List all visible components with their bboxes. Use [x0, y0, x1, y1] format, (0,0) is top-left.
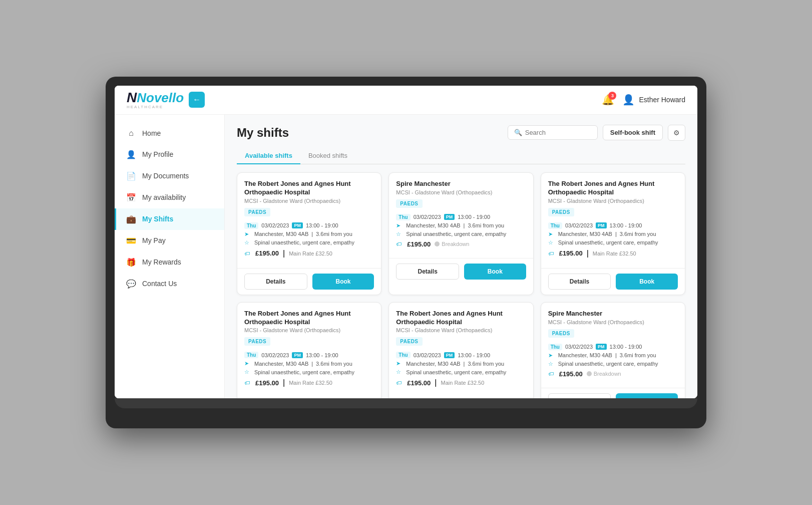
paeds-badge: PAEDS: [548, 329, 574, 338]
book-button[interactable]: Book: [616, 274, 678, 290]
details-button[interactable]: Details: [548, 274, 611, 290]
sidebar-item-my-documents[interactable]: 📄 My Documents: [115, 165, 224, 187]
skills: Spinal unaesthetic, urgent care, empathy: [558, 361, 658, 367]
pay-row: 🏷 £195.00 | Main Rate £32.50: [244, 249, 374, 258]
self-book-button[interactable]: Self-book shift: [603, 125, 663, 140]
sidebar-item-my-shifts[interactable]: 💼 My Shifts: [115, 208, 224, 230]
my-profile-icon: 👤: [126, 150, 136, 159]
location: Manchester, M30 4AB: [254, 361, 308, 367]
breakdown-dot: [587, 371, 592, 376]
hospital-name: The Robert Jones and Agnes Hunt Orthopae…: [396, 310, 526, 327]
pay-rate: Main Rate £32.50: [593, 250, 636, 257]
my-pay-icon: 💳: [126, 236, 136, 245]
sidebar-label-contact-us: Contact Us: [142, 280, 177, 288]
shift-time: 13:00 - 19:00: [306, 222, 338, 228]
search-icon: 🔍: [514, 129, 522, 136]
search-box: 🔍: [508, 125, 598, 140]
location-icon: ➤: [396, 222, 403, 229]
details-button[interactable]: Details: [244, 274, 307, 290]
day-badge: Thu: [548, 344, 562, 350]
shift-time: 13:00 - 19:00: [306, 352, 338, 358]
logo-text: NNovello: [127, 91, 184, 105]
shift-location-row: ➤ Manchester, M30 4AB | 3.6mi from you: [244, 231, 374, 237]
my-availability-icon: 📅: [126, 193, 136, 202]
filter-button[interactable]: ⚙: [668, 125, 685, 141]
details-button[interactable]: Details: [548, 393, 611, 399]
notification-button[interactable]: 🔔 3: [602, 94, 614, 106]
shift-card: The Robert Jones and Agnes Hunt Orthopae…: [541, 172, 685, 295]
shift-time-row: Thu 03/02/2023 PM 13:00 - 19:00: [548, 344, 678, 350]
skills-icon: ☆: [244, 369, 251, 375]
sidebar-item-my-rewards[interactable]: 🎁 My Rewards: [115, 251, 224, 273]
rate-separator: |: [283, 249, 285, 258]
hospital-name: Spire Manchester: [396, 180, 526, 188]
user-name: Esther Howard: [639, 96, 685, 104]
paeds-badge: PAEDS: [396, 199, 422, 208]
shift-date: 03/02/2023: [414, 214, 441, 220]
breakdown-badge: Breakdown: [435, 241, 469, 247]
pay-row: 🏷 £195.00 | Main Rate £32.50: [244, 378, 374, 387]
ward-name: MCSI - Gladstone Ward (Orthopaedics): [244, 198, 374, 204]
details-button[interactable]: Details: [396, 264, 459, 280]
shift-date: 03/02/2023: [414, 352, 441, 358]
breakdown-dot: [435, 241, 440, 246]
back-icon: ←: [193, 95, 201, 104]
notification-badge: 3: [608, 92, 616, 100]
pay-icon: 🏷: [396, 380, 403, 386]
distance: 3.6mi from you: [620, 231, 656, 237]
ward-name: MCSI - Gladstone Ward (Orthopaedics): [396, 327, 526, 333]
distance: 3.6mi from you: [316, 231, 352, 237]
shift-skills-row: ☆ Spinal unaesthetic, urgent care, empat…: [396, 231, 526, 237]
location: Manchester, M30 4AB: [558, 352, 612, 358]
tab-available-shifts[interactable]: Available shifts: [237, 148, 300, 164]
shift-card: Spire Manchester MCSI - Gladstone Ward (…: [388, 172, 533, 295]
shift-skills-row: ☆ Spinal unaesthetic, urgent care, empat…: [396, 369, 526, 375]
pay-icon: 🏷: [548, 371, 555, 377]
book-button[interactable]: Book: [616, 393, 678, 399]
rate-separator: |: [283, 378, 285, 387]
location: Manchester, M30 4AB: [406, 361, 460, 367]
my-rewards-icon: 🎁: [126, 258, 136, 267]
back-button[interactable]: ←: [189, 92, 205, 108]
user-avatar-icon: 👤: [622, 94, 635, 106]
shift-time-row: Thu 03/02/2023 PM 13:00 - 19:00: [548, 222, 678, 229]
day-badge: Thu: [396, 352, 410, 358]
distance: 3.6mi from you: [468, 222, 504, 228]
tab-booked-shifts[interactable]: Booked shifts: [300, 148, 355, 164]
my-documents-icon: 📄: [126, 171, 136, 181]
my-shifts-icon: 💼: [126, 214, 136, 224]
ward-name: MCSI - Gladstone Ward (Orthopaedics): [244, 327, 374, 333]
distance: 3.6mi from you: [316, 361, 352, 367]
top-header: NNovello Healthcare ← 🔔 3 👤 Esther Howar…: [115, 86, 697, 115]
distance-separator: |: [615, 352, 617, 358]
sidebar-item-my-availability[interactable]: 📅 My availability: [115, 187, 224, 208]
shift-time: 13:00 - 19:00: [458, 352, 490, 358]
book-button[interactable]: Book: [312, 274, 374, 290]
pay-rate: Main Rate £32.50: [289, 250, 332, 257]
skills: Spinal unaesthetic, urgent care, empathy: [254, 239, 354, 245]
shift-location-row: ➤ Manchester, M30 4AB | 3.6mi from you: [548, 231, 678, 237]
skills-icon: ☆: [548, 361, 555, 367]
sidebar-item-contact-us[interactable]: 💬 Contact Us: [115, 273, 224, 295]
period-badge: PM: [292, 352, 303, 358]
shift-location-row: ➤ Manchester, M30 4AB | 3.6mi from you: [396, 360, 526, 367]
rate-separator: |: [587, 249, 589, 258]
paeds-badge: PAEDS: [396, 337, 422, 346]
sidebar-item-my-pay[interactable]: 💳 My Pay: [115, 230, 224, 251]
location-icon: ➤: [244, 231, 251, 237]
rate-separator: |: [435, 378, 437, 387]
search-input[interactable]: [525, 129, 591, 136]
shifts-grid: The Robert Jones and Agnes Hunt Orthopae…: [237, 172, 685, 398]
sidebar-item-my-profile[interactable]: 👤 My Profile: [115, 144, 224, 165]
location-icon: ➤: [396, 360, 403, 367]
pay-row: 🏷 £195.00 | Main Rate £32.50: [396, 378, 526, 387]
user-menu[interactable]: 👤 Esther Howard: [622, 94, 685, 106]
book-button[interactable]: Book: [464, 264, 526, 280]
skills: Spinal unaesthetic, urgent care, empathy: [406, 369, 506, 375]
pay-rate: Main Rate £32.50: [289, 380, 332, 386]
shift-card-footer: Details Book: [541, 268, 685, 295]
shift-time-row: Thu 03/02/2023 PM 13:00 - 19:00: [244, 222, 374, 229]
shift-location-row: ➤ Manchester, M30 4AB | 3.6mi from you: [396, 222, 526, 229]
sidebar-item-home[interactable]: ⌂ Home: [115, 123, 224, 144]
shift-time: 13:00 - 19:00: [610, 222, 642, 228]
